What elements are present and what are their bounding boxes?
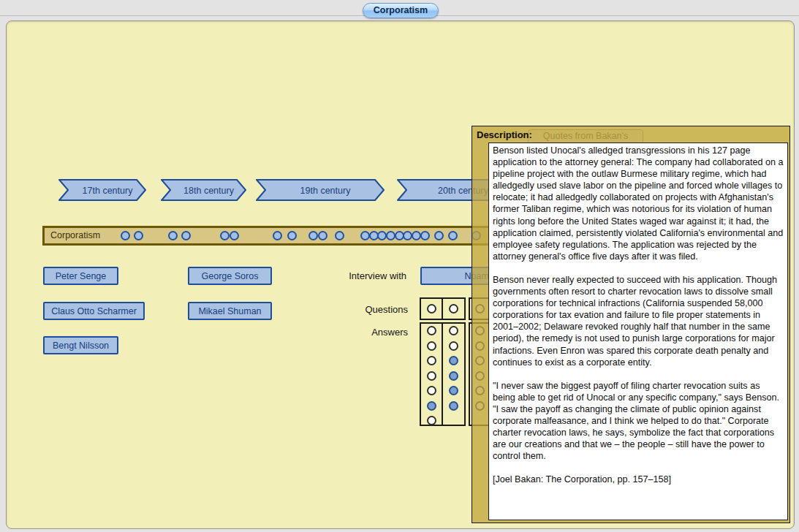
timeline-dot[interactable] [230,231,239,240]
map-stage: Corporatism Interview with Questions Ans… [6,20,795,529]
answer-dot-selected[interactable] [449,386,458,395]
answer-dot[interactable] [427,371,436,381]
description-paragraph: [Joel Bakan: The Corporation, pp. 157–15… [493,474,784,485]
description-text: Benson listed Unocal's alledged transgre… [488,142,788,520]
timeline-dot[interactable] [318,231,327,240]
svg-text:19th century: 19th century [300,186,352,196]
answer-dot-selected[interactable] [427,401,436,411]
description-paragraph: "I never saw the biggest payoff of filin… [493,380,784,463]
timeline-dot[interactable] [335,231,344,240]
description-paragraph: Benson never really expected to succeed … [493,274,784,368]
description-panel: Description: Benson listed Unocal's alle… [472,126,790,523]
century-marker-18th-century: 18th century [161,179,246,201]
century-marker-17th-century: 17th century [58,179,146,201]
answer-dot[interactable] [427,326,436,335]
answer-dot[interactable] [427,341,436,351]
timeline-dot[interactable] [287,231,297,240]
answer-dot-selected[interactable] [449,401,458,411]
answers-label: Answers [314,327,408,338]
person-button-bengt-nilsson[interactable]: Bengt Nilsson [43,336,118,354]
timeline-dot[interactable] [273,231,282,240]
timeline-dot[interactable] [308,231,318,240]
person-button-claus-otto-scharmer[interactable]: Claus Otto Scharmer [43,302,145,320]
interview-with-label: Interview with [322,270,406,281]
description-title: Description: [477,129,532,140]
timeline-dot[interactable] [181,231,191,240]
answer-dot[interactable] [427,304,436,314]
person-button-mikael-shuman[interactable]: Mikael Shuman [188,302,272,320]
answer-dot[interactable] [449,341,458,351]
answer-dot[interactable] [449,304,458,314]
tab-corporatism[interactable]: Corporatism [363,3,439,18]
timeline-dot[interactable] [220,231,230,240]
timeline-dot[interactable] [134,231,143,240]
answer-dot[interactable] [427,386,436,395]
answer-dot[interactable] [427,356,436,365]
timeline-dot[interactable] [434,231,444,240]
description-paragraph: Benson listed Unocal's alledged transgre… [493,145,784,262]
svg-text:17th century: 17th century [83,186,134,196]
answer-dot-selected[interactable] [449,371,458,381]
svg-text:18th century: 18th century [183,186,235,196]
content-panel: Corporatism Interview with Questions Ans… [6,20,795,529]
answer-dot[interactable] [427,416,436,425]
questions-label: Questions [314,304,408,315]
timeline-dot[interactable] [420,231,430,240]
answer-dot-selected[interactable] [449,356,458,365]
timeline-dot[interactable] [121,231,130,240]
application-window: Corporatism Corporatism Interview with Q… [0,0,799,532]
answer-dot[interactable] [449,326,458,335]
person-button-peter-senge[interactable]: Peter Senge [43,267,118,285]
timeline-dot[interactable] [448,231,458,240]
person-button-george-soros[interactable]: George Soros [188,267,272,285]
century-marker-19th-century: 19th century [256,179,385,201]
timeline-dot[interactable] [168,231,178,240]
